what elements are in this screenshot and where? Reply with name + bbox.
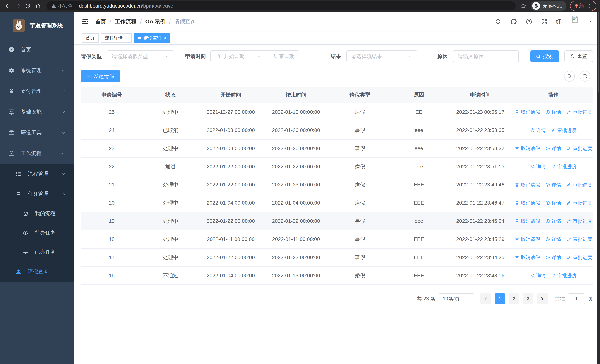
update-label: 更新: [574, 3, 584, 9]
action-progress-link[interactable]: 审批进度: [566, 182, 592, 188]
help-icon[interactable]: [526, 18, 532, 25]
sidebar-item-payment[interactable]: ¥ 支付管理: [0, 81, 74, 102]
security-status[interactable]: 不安全: [51, 3, 73, 9]
sidebar-item-infra[interactable]: 基础设施: [0, 102, 74, 122]
search-icon[interactable]: [495, 18, 502, 25]
sidebar-item-leave-query[interactable]: 请假查询: [0, 262, 74, 282]
page-button-1[interactable]: 1: [495, 293, 505, 304]
prev-page-button[interactable]: [480, 293, 491, 304]
sidebar-item-home[interactable]: 首页: [0, 39, 74, 60]
page-button-2[interactable]: 2: [509, 293, 519, 304]
list-icon: [15, 170, 22, 177]
action-progress-link[interactable]: 审批进度: [566, 200, 592, 206]
broken-image-icon: [571, 15, 579, 24]
sidebar-item-todo-tasks[interactable]: 待办任务: [0, 223, 74, 243]
action-progress-link[interactable]: 审批进度: [566, 218, 592, 224]
action-progress-link[interactable]: 审批进度: [566, 254, 592, 261]
end-time-cell: 2022-01-19 00:00:00: [263, 103, 329, 121]
address-bar[interactable]: 不安全 dashboard.yudao.iocoder.cn/bpm/oa/le…: [46, 1, 516, 10]
sidebar-item-workflow[interactable]: 工作流程: [0, 143, 74, 164]
page-button-3[interactable]: 3: [523, 293, 534, 304]
apply-time-range-picker[interactable]: 开始日期 - 结束日期: [210, 50, 299, 62]
action-detail-link[interactable]: 详情: [530, 272, 546, 279]
browser-home-icon[interactable]: [34, 2, 42, 10]
sidebar-item-done-tasks[interactable]: 已办任务: [0, 243, 74, 262]
sidebar-item-devtools[interactable]: 研发工具: [0, 122, 74, 143]
browser-update-button[interactable]: 更新: [570, 1, 596, 11]
chevron-down-icon: [61, 130, 66, 135]
breadcrumb-home[interactable]: 首页: [95, 18, 106, 25]
github-icon[interactable]: [510, 18, 517, 25]
action-detail-link[interactable]: 详情: [545, 182, 561, 188]
reason-cell: EEE: [391, 176, 447, 194]
status-cell: 处理中: [142, 139, 199, 158]
leave-type-cell: 事假: [329, 212, 391, 230]
reason-cell: eee: [391, 121, 447, 139]
reason-input[interactable]: [453, 50, 519, 62]
page-size-select[interactable]: 10条/页: [439, 293, 474, 304]
action-detail-link[interactable]: 详情: [545, 145, 561, 152]
action-progress-link[interactable]: 审批进度: [551, 272, 577, 279]
actions-cell: 取消请假详情审批进度: [514, 194, 593, 212]
sidebar-item-system[interactable]: 系统管理: [0, 60, 74, 81]
tab-leave-query[interactable]: 请假查询 ×: [134, 33, 170, 43]
action-detail-link[interactable]: 详情: [545, 254, 561, 261]
action-cancel-link[interactable]: 取消请假: [515, 218, 540, 224]
browser-forward-icon[interactable]: [14, 2, 22, 10]
trash-icon: [515, 182, 519, 187]
font-size-icon[interactable]: tT: [556, 18, 561, 25]
reason-cell: EEE: [391, 267, 447, 285]
action-cancel-link[interactable]: 取消请假: [515, 182, 540, 188]
action-cancel-link[interactable]: 取消请假: [515, 200, 540, 206]
action-detail-link[interactable]: 详情: [530, 163, 546, 170]
action-progress-link[interactable]: 审批进度: [551, 163, 577, 170]
bookmark-star-icon[interactable]: [520, 3, 526, 9]
leave-type-cell: 事假: [329, 230, 391, 248]
breadcrumb-workflow[interactable]: 工作流程: [115, 18, 136, 25]
sidebar-collapse-icon[interactable]: [82, 18, 89, 25]
action-detail-link[interactable]: 详情: [545, 109, 561, 115]
goto-page-input[interactable]: [568, 293, 585, 304]
browser-reload-icon[interactable]: [24, 2, 32, 10]
user-menu[interactable]: [570, 14, 593, 29]
toggle-search-button[interactable]: [564, 71, 575, 82]
close-icon[interactable]: ×: [125, 36, 128, 40]
action-progress-link[interactable]: 审批进度: [566, 236, 592, 243]
table-row: 18处理中2022-01-11 00:00:002022-01-11 00:00…: [81, 230, 593, 248]
action-cancel-link[interactable]: 取消请假: [515, 254, 540, 261]
search-button[interactable]: 搜索: [530, 50, 559, 62]
refresh-table-button[interactable]: [580, 71, 590, 82]
action-progress-link[interactable]: 审批进度: [551, 127, 577, 134]
browser-scrollbar[interactable]: [597, 12, 600, 364]
tab-home[interactable]: 首页: [82, 33, 99, 43]
action-detail-link[interactable]: 详情: [545, 218, 561, 224]
action-cancel-link[interactable]: 取消请假: [515, 145, 540, 152]
sidebar-item-process-mgmt[interactable]: 流程管理: [0, 164, 74, 184]
page-content: 请假类型 请选择请假类型 申请时间 开始日期 - 结束日期 结果 请选择流结果: [74, 45, 600, 364]
browser-back-icon[interactable]: [4, 2, 12, 10]
end-date-placeholder: 结束日期: [274, 53, 294, 60]
reset-button[interactable]: 重置: [564, 50, 593, 62]
col-apply-time: 申请时间: [447, 87, 514, 103]
result-select[interactable]: 请选择流结果: [346, 50, 417, 62]
leave-type-select[interactable]: 请选择请假类型: [107, 50, 174, 62]
action-cancel-link[interactable]: 取消请假: [515, 236, 540, 243]
trash-icon: [515, 219, 519, 224]
action-detail-link[interactable]: 详情: [530, 127, 546, 134]
app-logo-row: 芋道管理系统: [0, 12, 74, 39]
action-detail-link[interactable]: 详情: [545, 236, 561, 243]
action-progress-link[interactable]: 审批进度: [566, 109, 592, 115]
sidebar-item-task-mgmt[interactable]: 任务管理: [0, 184, 74, 204]
plus-icon: [86, 74, 91, 79]
scrollbar-thumb[interactable]: [598, 12, 600, 92]
action-cancel-link[interactable]: 取消请假: [515, 109, 540, 115]
sidebar-item-my-process[interactable]: 我的流程: [0, 204, 74, 223]
action-detail-link[interactable]: 详情: [545, 200, 561, 206]
breadcrumb-oa[interactable]: OA 示例: [145, 18, 165, 25]
fullscreen-icon[interactable]: [541, 18, 548, 25]
action-progress-link[interactable]: 审批进度: [566, 145, 592, 152]
tab-process-detail[interactable]: 流程详情 ×: [101, 33, 132, 43]
close-icon[interactable]: ×: [164, 36, 166, 40]
next-page-button[interactable]: [537, 293, 548, 304]
create-leave-button[interactable]: 发起请假: [81, 70, 120, 82]
